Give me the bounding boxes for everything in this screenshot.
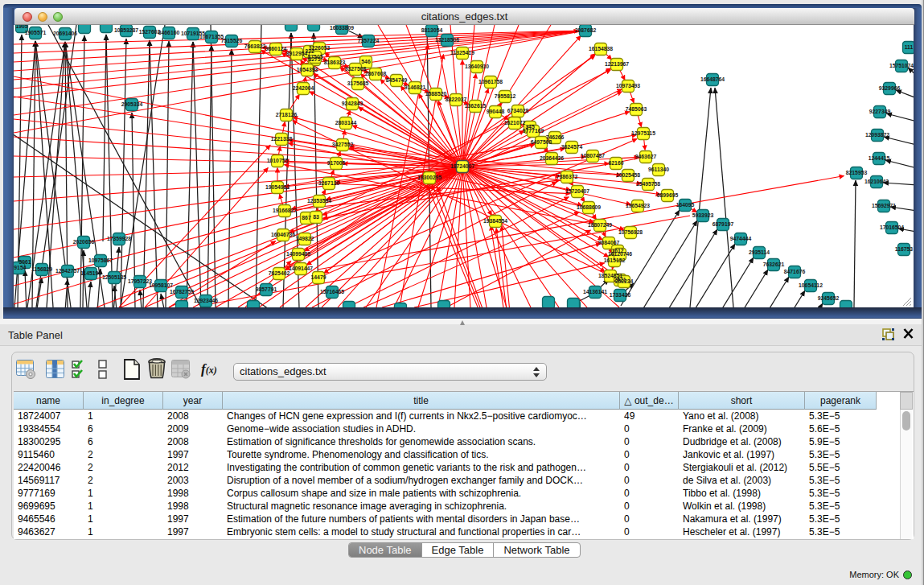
svg-text:1615152: 1615152 bbox=[604, 257, 626, 263]
svg-text:111: 111 bbox=[905, 44, 914, 50]
svg-text:11325419: 11325419 bbox=[450, 50, 474, 56]
svg-text:14099489: 14099489 bbox=[286, 251, 310, 257]
svg-text:546: 546 bbox=[361, 59, 371, 64]
svg-text:9611340: 9611340 bbox=[648, 167, 669, 172]
svg-text:3624574: 3624574 bbox=[561, 144, 583, 150]
svg-text:14479: 14479 bbox=[311, 274, 326, 280]
svg-text:8466160: 8466160 bbox=[158, 30, 180, 35]
svg-text:5061: 5061 bbox=[18, 259, 31, 265]
svg-text:1054393: 1054393 bbox=[297, 67, 318, 72]
svg-text:9245652: 9245652 bbox=[818, 295, 840, 301]
svg-text:746266: 746266 bbox=[546, 134, 565, 140]
svg-text:7625402: 7625402 bbox=[269, 270, 290, 276]
svg-text:39154: 39154 bbox=[14, 265, 27, 270]
svg-text:9242843: 9242843 bbox=[342, 101, 363, 106]
svg-text:8813054: 8813054 bbox=[421, 27, 443, 33]
svg-text:1145194: 1145194 bbox=[80, 270, 101, 276]
svg-text:18724007: 18724007 bbox=[450, 163, 474, 169]
svg-text:1905571: 1905571 bbox=[25, 30, 47, 35]
svg-text:15716465: 15716465 bbox=[320, 289, 344, 295]
svg-text:13218506: 13218506 bbox=[435, 37, 459, 43]
svg-text:10688609: 10688609 bbox=[577, 204, 601, 210]
svg-text:83: 83 bbox=[313, 214, 319, 220]
svg-text:12213967: 12213967 bbox=[605, 61, 629, 67]
svg-text:1010755: 1010755 bbox=[267, 158, 289, 163]
svg-text:5933923: 5933923 bbox=[692, 212, 714, 218]
svg-text:15495758: 15495758 bbox=[636, 181, 660, 187]
svg-text:1221338: 1221338 bbox=[271, 136, 293, 142]
svg-text:2718126: 2718126 bbox=[276, 112, 298, 117]
svg-text:3427552: 3427552 bbox=[332, 142, 354, 147]
svg-text:9327508: 9327508 bbox=[345, 66, 367, 72]
svg-text:10756928: 10756928 bbox=[618, 229, 643, 235]
svg-text:7515526: 7515526 bbox=[221, 38, 243, 43]
svg-text:2905334: 2905334 bbox=[121, 101, 143, 107]
svg-text:3226053: 3226053 bbox=[309, 45, 331, 51]
svg-text:1527602: 1527602 bbox=[139, 29, 161, 35]
svg-text:19054983: 19054983 bbox=[265, 184, 290, 190]
svg-text:10961758: 10961758 bbox=[478, 79, 503, 84]
svg-text:16046736: 16046736 bbox=[271, 232, 295, 237]
svg-text:9146821: 9146821 bbox=[405, 84, 426, 90]
svg-text:6879197: 6879197 bbox=[713, 221, 734, 227]
svg-text:10654112: 10654112 bbox=[799, 282, 823, 288]
svg-text:116753: 116753 bbox=[895, 246, 914, 252]
svg-text:2803144: 2803144 bbox=[335, 120, 357, 126]
svg-text:10671355: 10671355 bbox=[199, 34, 224, 39]
svg-text:27505: 27505 bbox=[308, 54, 323, 60]
svg-text:9329966: 9329966 bbox=[879, 85, 901, 91]
svg-text:1156829: 1156829 bbox=[31, 266, 52, 272]
svg-text:8471676: 8471676 bbox=[784, 269, 806, 274]
svg-text:15720407: 15720407 bbox=[565, 188, 589, 194]
svg-text:8454749: 8454749 bbox=[386, 77, 408, 83]
svg-text:6899695: 6899695 bbox=[657, 192, 679, 198]
svg-text:15692971: 15692971 bbox=[872, 203, 896, 208]
svg-text:20691406: 20691406 bbox=[53, 31, 77, 36]
svg-text:2020656: 2020656 bbox=[73, 239, 95, 245]
svg-text:14136141: 14136141 bbox=[583, 289, 607, 295]
svg-text:10973493: 10973493 bbox=[616, 83, 640, 89]
svg-text:1621072: 1621072 bbox=[504, 120, 526, 126]
svg-text:9474444: 9474444 bbox=[730, 236, 752, 241]
svg-text:16210643: 16210643 bbox=[864, 179, 889, 184]
svg-text:9227349: 9227349 bbox=[869, 109, 891, 114]
svg-text:62160: 62160 bbox=[609, 160, 624, 166]
svg-text:8322037: 8322037 bbox=[446, 97, 467, 102]
svg-text:2935114: 2935114 bbox=[749, 249, 770, 255]
svg-text:1733426: 1733426 bbox=[610, 292, 631, 298]
svg-text:12923446: 12923446 bbox=[194, 298, 218, 303]
svg-text:10975867: 10975867 bbox=[88, 257, 113, 263]
svg-text:18807249: 18807249 bbox=[588, 222, 612, 228]
svg-text:10807487: 10807487 bbox=[581, 153, 605, 159]
svg-text:10958107: 10958107 bbox=[149, 282, 173, 288]
svg-text:6497508: 6497508 bbox=[531, 139, 552, 145]
svg-text:12353594: 12353594 bbox=[307, 198, 331, 204]
svg-text:10853287: 10853287 bbox=[114, 27, 138, 33]
svg-text:12505135: 12505135 bbox=[102, 274, 126, 280]
svg-text:3175685: 3175685 bbox=[347, 80, 369, 86]
svg-text:252234: 252234 bbox=[615, 278, 634, 284]
svg-text:7663822: 7663822 bbox=[244, 43, 266, 49]
svg-text:867: 867 bbox=[302, 215, 311, 220]
svg-text:16782759: 16782759 bbox=[170, 289, 194, 295]
svg-text:8186323: 8186323 bbox=[324, 60, 346, 65]
svg-text:16154838: 16154838 bbox=[589, 46, 613, 51]
svg-text:14091447: 14091447 bbox=[289, 266, 313, 271]
svg-text:9857791: 9857791 bbox=[256, 286, 277, 292]
svg-text:16120746: 16120746 bbox=[608, 251, 632, 257]
svg-text:10025458: 10025458 bbox=[616, 172, 640, 178]
svg-text:7485063: 7485063 bbox=[626, 106, 647, 112]
svg-text:19384554: 19384554 bbox=[483, 218, 507, 224]
svg-text:9777169: 9777169 bbox=[523, 128, 544, 134]
svg-text:9463627: 9463627 bbox=[635, 154, 657, 159]
svg-text:7955812: 7955812 bbox=[495, 93, 516, 99]
svg-text:917005: 917005 bbox=[327, 160, 346, 166]
svg-text:12942757: 12942757 bbox=[55, 268, 80, 274]
svg-text:2867608: 2867608 bbox=[365, 71, 387, 76]
svg-text:1588520: 1588520 bbox=[425, 91, 447, 97]
svg-text:15751074: 15751074 bbox=[889, 63, 914, 68]
svg-text:1362615: 1362615 bbox=[465, 103, 487, 109]
svg-text:7357224: 7357224 bbox=[358, 38, 380, 43]
svg-text:149822: 149822 bbox=[296, 236, 314, 241]
svg-text:164095: 164095 bbox=[676, 202, 695, 208]
